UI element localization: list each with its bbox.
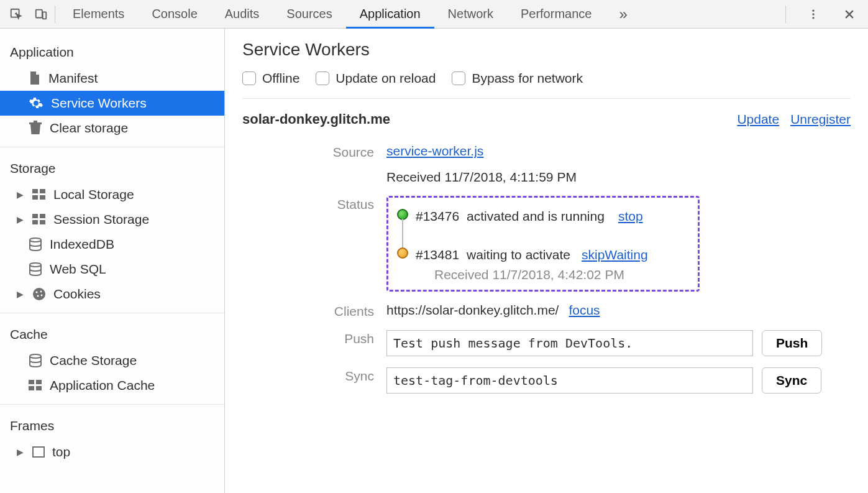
tab-elements[interactable]: Elements [59, 0, 138, 28]
page-title: Service Workers [242, 40, 851, 60]
sidebar-item-manifest[interactable]: Manifest [0, 66, 224, 91]
sidebar-item-indexeddb[interactable]: IndexedDB [0, 232, 224, 257]
svg-point-17 [35, 291, 37, 293]
status-label: Status [242, 196, 374, 212]
kebab-menu-icon[interactable] [801, 2, 826, 27]
bypass-for-network-checkbox[interactable]: Bypass for network [452, 71, 583, 86]
svg-rect-22 [29, 380, 34, 384]
update-link[interactable]: Update [737, 112, 779, 127]
chevron-right-icon: ▶ [15, 190, 25, 200]
tab-application[interactable]: Application [346, 0, 434, 28]
tab-sources[interactable]: Sources [273, 0, 345, 28]
sidebar-group-storage: Storage [0, 154, 224, 182]
svg-rect-26 [33, 447, 44, 457]
close-icon[interactable] [837, 2, 862, 27]
tab-audits[interactable]: Audits [211, 0, 273, 28]
sidebar-item-local-storage[interactable]: ▶ Local Storage [0, 182, 224, 207]
tab-performance[interactable]: Performance [507, 0, 606, 28]
push-label: Push [242, 330, 374, 346]
sidebar-item-label: Session Storage [53, 212, 149, 227]
svg-rect-7 [40, 189, 45, 193]
skipwaiting-link[interactable]: skipWaiting [582, 247, 648, 262]
push-input[interactable] [386, 330, 753, 356]
device-toolbar-icon[interactable] [29, 2, 53, 27]
sidebar-item-top-frame[interactable]: ▶ top [0, 440, 224, 464]
sidebar-item-session-storage[interactable]: ▶ Session Storage [0, 207, 224, 232]
options-row: Offline Update on reload Bypass for netw… [242, 71, 851, 99]
svg-point-16 [33, 288, 45, 300]
tabs-overflow[interactable]: » [605, 0, 641, 28]
sidebar-item-web-sql[interactable]: Web SQL [0, 257, 224, 282]
source-received-time: 11/7/2018, 4:11:59 PM [444, 170, 577, 184]
svg-rect-23 [36, 380, 42, 384]
tab-network[interactable]: Network [434, 0, 507, 28]
gear-icon [29, 96, 43, 111]
update-on-reload-checkbox[interactable]: Update on reload [316, 71, 436, 86]
database-icon [29, 237, 42, 251]
svg-rect-11 [40, 214, 45, 218]
waiting-worker-text: waiting to activate [467, 247, 570, 262]
svg-point-14 [30, 238, 41, 242]
database-icon [29, 354, 42, 367]
svg-point-20 [41, 295, 43, 297]
svg-rect-9 [40, 195, 45, 200]
checkbox-label: Update on reload [336, 71, 436, 86]
sidebar-item-service-workers[interactable]: Service Workers [0, 91, 224, 116]
push-button[interactable]: Push [762, 330, 822, 356]
waiting-received-time: 11/7/2018, 4:42:02 PM [492, 267, 624, 282]
separator [55, 6, 55, 23]
received-prefix: Received [386, 170, 444, 184]
svg-point-5 [812, 17, 814, 19]
chevron-right-icon: ▶ [15, 289, 25, 299]
svg-rect-6 [32, 189, 38, 193]
sidebar-item-label: Cookies [53, 287, 101, 302]
client-url: https://solar-donkey.glitch.me/ [386, 303, 559, 318]
active-worker-text: activated and is running [467, 209, 605, 224]
sidebar-item-label: IndexedDB [50, 237, 114, 252]
sidebar-group-application: Application [0, 37, 224, 66]
offline-checkbox[interactable]: Offline [242, 71, 299, 86]
unregister-link[interactable]: Unregister [790, 112, 851, 127]
devtools-topbar: Elements Console Audits Sources Applicat… [0, 0, 868, 29]
application-sidebar: Application Manifest Service Workers Cle… [0, 29, 225, 493]
sidebar-item-label: Manifest [48, 71, 98, 86]
sync-input[interactable] [386, 367, 753, 394]
stop-link[interactable]: stop [618, 209, 643, 224]
document-icon [29, 71, 41, 86]
sidebar-item-label: Application Cache [50, 378, 155, 393]
sync-label: Sync [242, 367, 374, 384]
source-label: Source [242, 144, 374, 160]
frame-icon [32, 446, 45, 458]
chevron-right-icon: ▶ [15, 447, 25, 457]
status-connector [402, 219, 403, 247]
trash-icon [29, 121, 42, 136]
inspect-icon[interactable] [4, 2, 29, 27]
separator [785, 6, 786, 23]
sidebar-item-cookies[interactable]: ▶ Cookies [0, 282, 224, 306]
focus-link[interactable]: focus [569, 303, 600, 318]
sync-button[interactable]: Sync [762, 367, 821, 394]
checkbox-icon [242, 71, 256, 85]
sidebar-item-clear-storage[interactable]: Clear storage [0, 116, 224, 141]
checkbox-label: Bypass for network [472, 71, 583, 86]
svg-point-18 [40, 291, 42, 293]
source-file-link[interactable]: service-worker.js [386, 144, 483, 158]
svg-rect-1 [36, 9, 42, 17]
status-dot-waiting-icon [397, 247, 408, 259]
received-prefix: Received [434, 267, 492, 282]
svg-point-3 [812, 9, 814, 11]
checkbox-label: Offline [262, 71, 299, 86]
sidebar-group-cache: Cache [0, 320, 224, 348]
svg-rect-12 [32, 220, 38, 224]
sidebar-item-cache-storage[interactable]: Cache Storage [0, 348, 224, 373]
svg-point-19 [37, 295, 39, 297]
registration-origin: solar-donkey.glitch.me [242, 111, 390, 127]
sidebar-item-application-cache[interactable]: Application Cache [0, 373, 224, 398]
tab-console[interactable]: Console [138, 0, 211, 28]
cookie-icon [32, 287, 46, 301]
svg-point-21 [30, 354, 41, 358]
svg-rect-2 [43, 12, 47, 19]
service-workers-panel: Service Workers Offline Update on reload… [225, 29, 868, 493]
sidebar-group-frames: Frames [0, 411, 224, 440]
sidebar-item-label: Clear storage [50, 121, 128, 136]
